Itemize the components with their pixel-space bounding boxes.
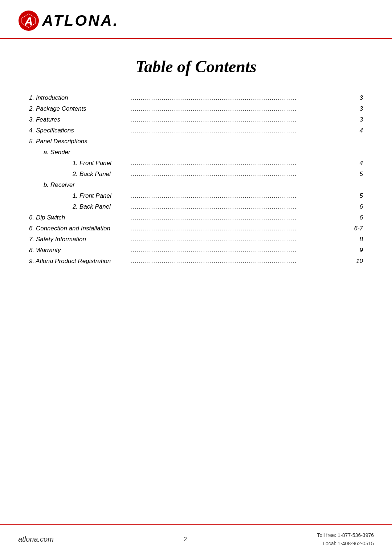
toc-label-5b2: 2. Back Panel <box>29 203 131 210</box>
toc-page-3: 3 <box>348 116 363 123</box>
toc-item-5b2: 2. Back Panel ..........................… <box>29 203 363 210</box>
toc-page-7: 8 <box>348 236 363 243</box>
toc-dots-7: ........................................… <box>131 236 348 243</box>
toc-label-2: 2. Package Contents <box>29 105 131 112</box>
toc-item-6dip: 6. Dip Switch ..........................… <box>29 214 363 221</box>
toc-dots-5b1: ........................................… <box>131 192 348 200</box>
toc-dots-9: ........................................… <box>131 258 348 265</box>
toc-dots-6conn: ........................................… <box>131 225 348 232</box>
toc-item-9: 9. Atlona Product Registration .........… <box>29 258 363 265</box>
toc-dots-5b2: ........................................… <box>131 203 348 210</box>
toc-item-5b: b. Receiver <box>29 181 363 189</box>
toc-dots-1: ........................................… <box>131 94 348 102</box>
toc-item-5a2: 2. Back Panel ..........................… <box>29 171 363 178</box>
toc-item-7: 7. Safety Information ..................… <box>29 236 363 243</box>
toc-label-5a2: 2. Back Panel <box>29 171 131 178</box>
toc-item-5: 5. Panel Descriptions <box>29 138 363 145</box>
page-title: Table of Contents <box>29 57 363 76</box>
toc-dots-5a2: ........................................… <box>131 171 348 178</box>
footer-local: Local: 1-408-962-0515 <box>317 539 374 547</box>
toc-container: 1. Introduction ........................… <box>29 94 363 265</box>
toc-label-5a1: 1. Front Panel <box>29 160 131 167</box>
toc-label-8: 8. Warranty <box>29 247 131 254</box>
footer: atlona.com 2 Toll free: 1-877-536-3976 L… <box>0 524 392 554</box>
toc-page-5b1: 5 <box>348 192 363 200</box>
toc-label-6conn: 6. Connection and Installation <box>29 225 131 232</box>
toc-page-4: 4 <box>348 127 363 134</box>
toc-label-5a: a. Sender <box>29 149 131 156</box>
toc-item-6conn: 6. Connection and Installation .........… <box>29 225 363 232</box>
toc-label-1: 1. Introduction <box>29 94 131 102</box>
svg-text:A: A <box>24 15 33 28</box>
toc-page-9: 10 <box>348 258 363 265</box>
toc-item-5a1: 1. Front Panel .........................… <box>29 160 363 167</box>
toc-page-5a1: 4 <box>348 160 363 167</box>
toc-page-5a2: 5 <box>348 171 363 178</box>
toc-page-5b2: 6 <box>348 203 363 210</box>
toc-item-4: 4. Specifications ......................… <box>29 127 363 134</box>
toc-dots-5a1: ........................................… <box>131 160 348 167</box>
toc-label-6dip: 6. Dip Switch <box>29 214 131 221</box>
toc-item-5b1: 1. Front Panel .........................… <box>29 192 363 200</box>
main-content: Table of Contents 1. Introduction ......… <box>0 39 392 524</box>
toc-dots-8: ........................................… <box>131 247 348 254</box>
toc-page-2: 3 <box>348 105 363 112</box>
toc-label-4: 4. Specifications <box>29 127 131 134</box>
toc-page-8: 9 <box>348 247 363 254</box>
footer-page-number: 2 <box>184 536 187 543</box>
toc-dots-6dip: ........................................… <box>131 214 348 221</box>
toc-dots-2: ........................................… <box>131 105 348 112</box>
header: A ATLONA. <box>0 0 392 39</box>
toc-label-5b: b. Receiver <box>29 181 131 189</box>
toc-item-2: 2. Package Contents ....................… <box>29 105 363 112</box>
toc-label-7: 7. Safety Information <box>29 236 131 243</box>
toc-item-3: 3. Features ............................… <box>29 116 363 123</box>
footer-website: atlona.com <box>18 535 54 543</box>
toc-label-9: 9. Atlona Product Registration <box>29 258 131 265</box>
toc-dots-4: ........................................… <box>131 127 348 134</box>
toc-label-3: 3. Features <box>29 116 131 123</box>
atlona-logo-icon: A <box>18 10 39 31</box>
toc-item-8: 8. Warranty ............................… <box>29 247 363 254</box>
toc-page-6dip: 6 <box>348 214 363 221</box>
toc-page-6conn: 6-7 <box>348 225 363 232</box>
toc-dots-3: ........................................… <box>131 116 348 123</box>
toc-label-5b1: 1. Front Panel <box>29 192 131 200</box>
footer-toll-free: Toll free: 1-877-536-3976 <box>317 531 374 539</box>
toc-item-5a: a. Sender <box>29 149 363 156</box>
footer-contact: Toll free: 1-877-536-3976 Local: 1-408-9… <box>317 531 374 547</box>
logo-container: A ATLONA. <box>18 10 119 31</box>
toc-label-5: 5. Panel Descriptions <box>29 138 131 145</box>
logo-text: ATLONA. <box>42 12 119 29</box>
toc-page-1: 3 <box>348 94 363 102</box>
toc-item-1: 1. Introduction ........................… <box>29 94 363 102</box>
